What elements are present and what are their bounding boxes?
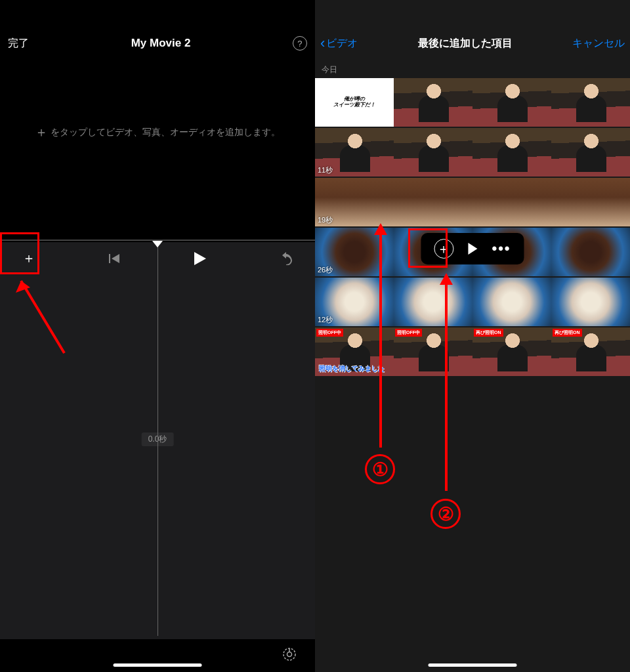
clip-duration: 12秒 xyxy=(318,315,333,325)
picker-title: 最後に追加した項目 xyxy=(418,37,513,51)
empty-hint: ＋ をタップしてビデオ、写真、オーディオを追加します。 xyxy=(0,123,315,141)
media-row[interactable]: 俺が噂の スイーツ殿下だ！ xyxy=(315,78,630,127)
home-indicator xyxy=(114,663,202,667)
media-thumb[interactable] xyxy=(394,78,472,127)
back-button[interactable]: ‹ ビデオ xyxy=(320,35,358,52)
media-thumb[interactable] xyxy=(394,128,472,177)
media-row-selected[interactable]: 19秒 xyxy=(315,178,630,226)
back-label: ビデオ xyxy=(326,37,358,51)
media-row[interactable]: 11秒 xyxy=(315,128,630,177)
media-thumb[interactable] xyxy=(472,128,551,177)
cancel-button[interactable]: キャンセル xyxy=(572,37,625,51)
media-row[interactable]: 照明OFF中 照明OFF中 再び照明ON 再び照明ON 照明を消してみました xyxy=(315,327,630,376)
undo-button[interactable] xyxy=(273,245,299,272)
media-picker-pane: ‹ ビデオ 最後に追加した項目 キャンセル 今日 俺が噂の スイーツ殿下だ！ 1… xyxy=(315,0,630,672)
media-thumb[interactable] xyxy=(472,178,551,226)
play-button[interactable] xyxy=(187,245,213,272)
home-indicator xyxy=(429,663,517,667)
media-thumb[interactable] xyxy=(394,278,472,326)
bottom-toolbar xyxy=(0,639,315,672)
media-thumb[interactable]: 再び照明ON xyxy=(472,327,551,376)
picker-header: ‹ ビデオ 最後に追加した項目 キャンセル xyxy=(315,29,630,58)
media-thumb[interactable] xyxy=(551,228,630,276)
clip-duration: 26秒 xyxy=(318,265,333,275)
playhead-line xyxy=(158,245,158,636)
plus-icon: ＋ xyxy=(35,123,48,141)
rewind-button[interactable] xyxy=(102,245,128,272)
media-row[interactable]: 12秒 xyxy=(315,278,630,326)
media-thumb[interactable] xyxy=(551,128,630,177)
rewind-icon xyxy=(109,254,121,263)
more-options-button[interactable]: ••• xyxy=(492,240,511,257)
media-thumb[interactable]: 俺が噂の スイーツ殿下だ！ xyxy=(315,78,394,127)
media-thumb[interactable]: 再び照明ON xyxy=(551,327,630,376)
editor-header: 完了 My Movie 2 ? xyxy=(0,29,315,58)
play-icon xyxy=(194,252,206,265)
media-thumb[interactable] xyxy=(551,78,630,127)
chevron-left-icon: ‹ xyxy=(320,35,325,52)
media-thumb[interactable] xyxy=(394,178,472,226)
insert-clip-button[interactable]: ＋ xyxy=(434,239,453,259)
media-thumb[interactable]: 照明OFF中 xyxy=(394,327,472,376)
media-thumb[interactable] xyxy=(551,178,630,226)
clip-duration: 11秒 xyxy=(318,165,333,175)
overlay-caption: 照明を消してみました xyxy=(319,364,385,373)
hint-text: をタップしてビデオ、写真、オーディオを追加します。 xyxy=(51,127,280,138)
preview-area: 完了 My Movie 2 ? ＋ をタップしてビデオ、写真、オーディオを追加し… xyxy=(0,0,315,240)
add-media-button[interactable]: ＋ xyxy=(16,245,42,272)
media-thumb[interactable] xyxy=(472,278,551,326)
undo-icon xyxy=(279,252,293,265)
svg-point-1 xyxy=(287,652,292,656)
media-thumb[interactable] xyxy=(472,78,551,127)
preview-clip-button[interactable] xyxy=(468,243,477,255)
project-title: My Movie 2 xyxy=(131,37,191,50)
media-thumb[interactable] xyxy=(551,278,630,326)
playhead-indicator xyxy=(152,241,163,247)
clip-duration: 19秒 xyxy=(318,215,333,225)
settings-button[interactable] xyxy=(282,647,297,665)
editor-pane: 完了 My Movie 2 ? ＋ をタップしてビデオ、写真、オーディオを追加し… xyxy=(0,0,315,672)
gear-icon xyxy=(282,647,297,662)
help-button[interactable]: ? xyxy=(293,36,307,51)
media-grid: 俺が噂の スイーツ殿下だ！ 11秒 19秒 xyxy=(315,78,630,376)
section-header-today: 今日 xyxy=(315,62,630,78)
selection-action-bar: ＋ ••• xyxy=(421,233,524,264)
done-button[interactable]: 完了 xyxy=(8,37,29,51)
